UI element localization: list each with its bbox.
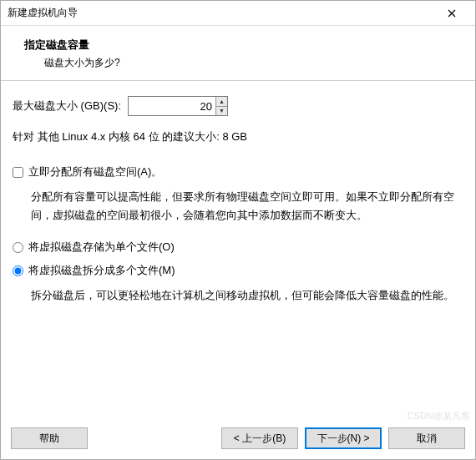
titlebar: 新建虚拟机向导 (1, 1, 475, 26)
back-button[interactable]: < 上一步(B) (221, 427, 298, 449)
disk-size-input[interactable] (129, 97, 215, 115)
cancel-button[interactable]: 取消 (388, 427, 465, 449)
disk-size-row: 最大磁盘大小 (GB)(S): ▲ ▼ (13, 96, 463, 116)
allocate-now-description: 分配所有容量可以提高性能，但要求所有物理磁盘空间立即可用。如果不立即分配所有空间… (31, 188, 463, 225)
disk-size-label: 最大磁盘大小 (GB)(S): (13, 99, 121, 114)
allocate-now-checkbox[interactable] (13, 167, 23, 178)
close-button[interactable] (435, 2, 468, 25)
wizard-window: 新建虚拟机向导 指定磁盘容量 磁盘大小为多少? 最大磁盘大小 (GB)(S): … (0, 0, 476, 460)
wizard-content: 最大磁盘大小 (GB)(S): ▲ ▼ 针对 其他 Linux 4.x 内核 6… (1, 81, 475, 419)
recommended-size-text: 针对 其他 Linux 4.x 内核 64 位 的建议大小: 8 GB (13, 129, 463, 144)
help-button[interactable]: 帮助 (11, 427, 88, 449)
spin-down-button[interactable]: ▼ (216, 107, 227, 116)
close-icon (448, 9, 456, 18)
single-file-label: 将虚拟磁盘存储为单个文件(O) (28, 240, 175, 255)
header-title: 指定磁盘容量 (13, 38, 463, 53)
allocate-now-label: 立即分配所有磁盘空间(A)。 (28, 164, 162, 179)
wizard-header: 指定磁盘容量 磁盘大小为多少? (1, 26, 475, 81)
spin-buttons: ▲ ▼ (215, 97, 227, 115)
next-button[interactable]: 下一步(N) > (305, 427, 382, 449)
split-file-row: 将虚拟磁盘拆分成多个文件(M) (13, 263, 463, 278)
split-file-label: 将虚拟磁盘拆分成多个文件(M) (28, 263, 175, 278)
disk-size-spinbox: ▲ ▼ (128, 96, 228, 116)
split-file-radio[interactable] (13, 265, 23, 276)
header-subtitle: 磁盘大小为多少? (13, 56, 463, 70)
window-title: 新建虚拟机向导 (8, 6, 435, 20)
allocate-now-row: 立即分配所有磁盘空间(A)。 (13, 164, 463, 179)
single-file-row: 将虚拟磁盘存储为单个文件(O) (13, 240, 463, 255)
spin-up-button[interactable]: ▲ (216, 97, 227, 107)
wizard-footer: 帮助 < 上一步(B) 下一步(N) > 取消 (1, 419, 475, 459)
single-file-radio[interactable] (13, 242, 23, 253)
split-file-description: 拆分磁盘后，可以更轻松地在计算机之间移动虚拟机，但可能会降低大容量磁盘的性能。 (31, 286, 463, 305)
